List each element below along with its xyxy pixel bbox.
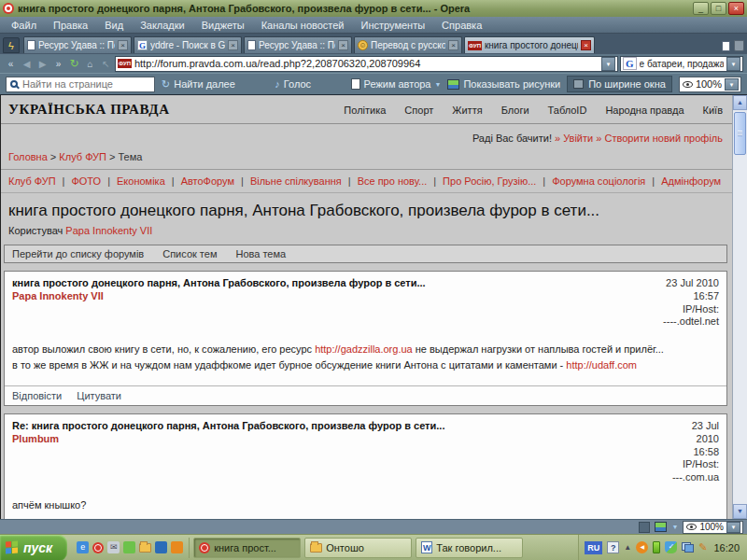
scroll-down-icon[interactable]: ▼: [733, 504, 747, 519]
register-link[interactable]: Створити новий профіль: [604, 133, 723, 144]
forum-nav-russia[interactable]: Про Росію, Грузію...: [443, 175, 536, 187]
find-next-button[interactable]: ↻ Найти далее: [162, 78, 235, 91]
tab-resurs-udava-2[interactable]: Ресурс Удава :: Полит.ср... ×: [244, 36, 352, 53]
back-icon[interactable]: ◀: [20, 59, 34, 69]
panel-toggle-icon[interactable]: ϟ: [3, 37, 20, 53]
voice-button[interactable]: ♪ Голос: [275, 78, 311, 90]
quick-launch-browser-icon[interactable]: e: [77, 541, 89, 553]
home-icon[interactable]: ⌂: [83, 59, 97, 69]
image-toggle-icon[interactable]: [655, 522, 667, 532]
start-button[interactable]: пуск: [0, 535, 67, 560]
url-dropdown-icon[interactable]: ▼: [601, 57, 615, 71]
zoom-control[interactable]: 100% ▼: [679, 77, 741, 92]
quote-link[interactable]: Цитувати: [77, 390, 121, 401]
security-shield-icon[interactable]: ✓: [665, 541, 677, 553]
pointer-icon[interactable]: ↖: [99, 59, 113, 69]
post-author-link[interactable]: Papa Innokenty VII: [12, 290, 426, 301]
close-button[interactable]: ×: [728, 2, 744, 15]
reply-link[interactable]: Відповісти: [12, 390, 62, 401]
nav-politics[interactable]: Політика: [344, 105, 386, 116]
search-dropdown-icon[interactable]: ▼: [726, 57, 740, 71]
search-input[interactable]: [640, 59, 724, 69]
breadcrumb-forum-link[interactable]: Клуб ФУП: [59, 151, 106, 162]
update-icon[interactable]: ◀: [636, 541, 648, 553]
fastforward-icon[interactable]: »: [51, 59, 65, 69]
taskbar-button-word[interactable]: W Так говорил...: [416, 538, 523, 558]
clock[interactable]: 16:20: [712, 542, 740, 553]
site-logo[interactable]: УКРАЇНСЬКА ПРАВДА: [8, 102, 170, 118]
menu-edit[interactable]: Правка: [46, 19, 95, 32]
forum-nav-auto[interactable]: АвтоФорум: [181, 175, 234, 187]
author-mode-select[interactable]: Режим автора ▼: [351, 78, 442, 90]
menu-help[interactable]: Справка: [434, 19, 489, 32]
menu-view[interactable]: Вид: [97, 19, 131, 32]
chevron-down-icon[interactable]: ▼: [671, 524, 678, 530]
rewind-icon[interactable]: «: [4, 59, 18, 69]
quick-launch-messenger-icon[interactable]: [155, 541, 167, 553]
topic-author-link[interactable]: Papa Innokenty VII: [65, 225, 152, 236]
gadzzilla-link[interactable]: http://gadzzilla.org.ua: [315, 343, 413, 355]
menu-bookmarks[interactable]: Закладки: [133, 19, 192, 32]
new-topic-link[interactable]: Нова тема: [235, 248, 286, 259]
forum-nav-admin[interactable]: Адмінфорум: [661, 175, 721, 187]
forum-nav-photo[interactable]: ФОТО: [71, 175, 101, 187]
tab-google-search[interactable]: G yddre - Поиск в Google ×: [134, 36, 242, 53]
nav-kyiv[interactable]: Київ: [703, 105, 723, 116]
tab-close-icon[interactable]: ×: [448, 40, 458, 50]
zoom-dropdown-icon[interactable]: ▼: [725, 78, 739, 91]
page-mode-icon[interactable]: [639, 522, 650, 533]
forum-nav-free-talk[interactable]: Вільне спілкування: [250, 175, 342, 187]
menu-feeds[interactable]: Каналы новостей: [254, 19, 352, 32]
scrollbar-thumb[interactable]: [734, 112, 746, 155]
quick-launch-folder-icon[interactable]: [139, 543, 151, 553]
tab-resurs-udava-1[interactable]: Ресурс Удава :: Полит.ср... ×: [23, 36, 132, 53]
tab-close-icon[interactable]: ×: [118, 40, 128, 50]
nav-tabloid[interactable]: ТаблоID: [548, 105, 587, 116]
breadcrumb-home-link[interactable]: Головна: [8, 151, 48, 162]
fit-width-button[interactable]: По ширине окна: [567, 76, 672, 92]
trash-icon[interactable]: [734, 40, 744, 51]
nav-life[interactable]: Життя: [452, 105, 482, 116]
nav-sport[interactable]: Спорт: [404, 105, 433, 116]
battery-icon[interactable]: [653, 541, 660, 553]
forum-nav-club[interactable]: Клуб ФУП: [8, 175, 56, 187]
minimize-button[interactable]: _: [693, 2, 709, 15]
forum-nav-sociology[interactable]: Форумна соціологія: [552, 175, 645, 187]
login-link[interactable]: Увійти: [563, 133, 593, 144]
udaff-link[interactable]: http://udaff.com: [566, 359, 637, 371]
show-images-button[interactable]: Показывать рисунки: [447, 78, 560, 90]
vertical-scrollbar[interactable]: ▲ ▼: [732, 95, 747, 519]
nav-blogs[interactable]: Блоги: [501, 105, 529, 116]
menu-widgets[interactable]: Виджеты: [194, 19, 252, 32]
quick-launch-mail-icon[interactable]: ✉: [107, 541, 120, 553]
status-zoom-control[interactable]: 100% ▼: [683, 521, 743, 534]
new-tab-icon[interactable]: [722, 41, 730, 51]
network-icon[interactable]: [682, 542, 694, 553]
quick-launch-app-icon[interactable]: [171, 541, 183, 553]
help-icon[interactable]: ?: [607, 541, 619, 553]
language-indicator[interactable]: RU: [585, 541, 602, 554]
taskbar-button-opera[interactable]: книга прост...: [193, 538, 301, 558]
nav-narodna[interactable]: Народна правда: [605, 105, 684, 116]
zoom-dropdown-icon[interactable]: ▼: [726, 522, 740, 533]
tab-close-icon[interactable]: ×: [581, 40, 591, 50]
quick-launch-media-icon[interactable]: [123, 541, 135, 553]
scrollbar-track[interactable]: [733, 110, 747, 504]
post-author-link[interactable]: Plumbum: [12, 433, 444, 444]
tray-expand-icon[interactable]: ▲: [624, 543, 631, 552]
tab-forum-active[interactable]: ФУП книга простого донецког... ×: [464, 36, 595, 53]
forward-icon[interactable]: ▶: [35, 59, 49, 69]
menu-file[interactable]: Файл: [4, 19, 44, 32]
maximize-button[interactable]: □: [711, 2, 726, 15]
quick-launch-opera-icon[interactable]: [92, 542, 104, 553]
tab-close-icon[interactable]: ×: [338, 40, 348, 50]
goto-forum-list-link[interactable]: Перейти до списку форумів: [12, 248, 144, 259]
tab-close-icon[interactable]: ×: [228, 40, 238, 50]
scroll-up-icon[interactable]: ▲: [733, 95, 747, 110]
url-input[interactable]: [134, 57, 599, 71]
forum-nav-all-about[interactable]: Все про нову...: [358, 175, 428, 187]
taskbar-button-folder[interactable]: Онтошо: [304, 538, 412, 558]
tab-translate[interactable]: ☺ Перевод с русского на ук... ×: [354, 36, 462, 53]
reload-icon[interactable]: ↻: [67, 57, 81, 70]
pencil-icon[interactable]: ✎: [698, 541, 707, 553]
